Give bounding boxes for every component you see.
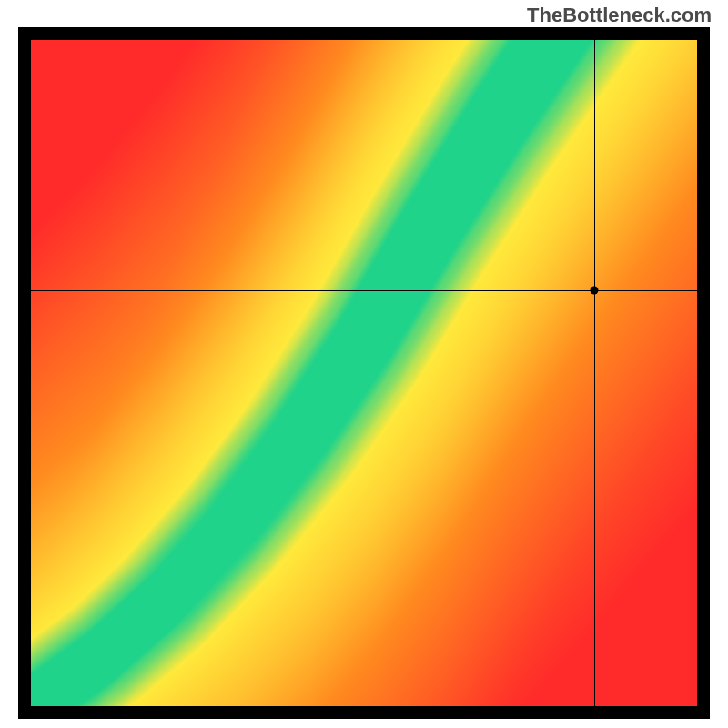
heatmap-canvas	[31, 40, 697, 706]
crosshair-vertical	[594, 40, 595, 706]
watermark-text: TheBottleneck.com	[527, 4, 712, 27]
plot-area	[31, 40, 697, 706]
intersection-marker	[590, 286, 598, 294]
plot-frame	[18, 27, 710, 719]
